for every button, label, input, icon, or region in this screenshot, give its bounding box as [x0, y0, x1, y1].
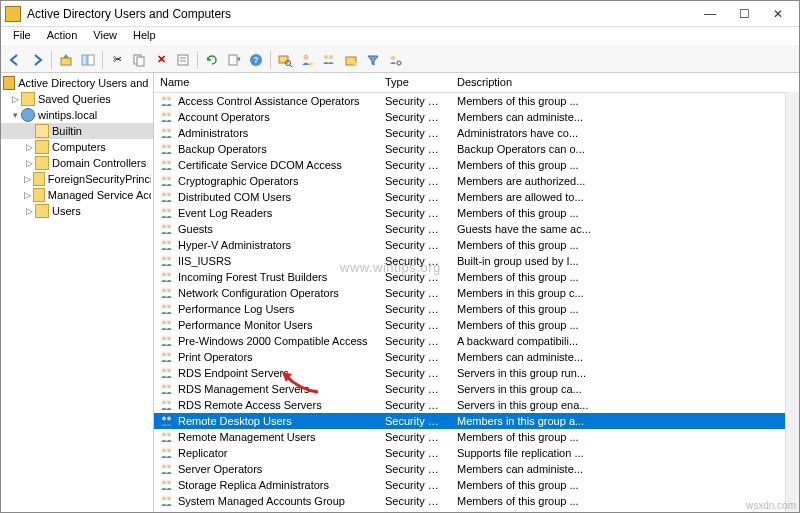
row-name: RDS Remote Access Servers [178, 399, 322, 411]
svg-point-58 [162, 385, 166, 389]
new-ou-icon[interactable] [341, 50, 361, 70]
list-row[interactable]: Account OperatorsSecurity Group...Member… [154, 109, 799, 125]
filter-icon[interactable] [363, 50, 383, 70]
maximize-button[interactable]: ☐ [727, 3, 761, 25]
tree-item-managed-service-accoun[interactable]: ▷Managed Service Accoun [1, 187, 153, 203]
svg-point-70 [162, 481, 166, 485]
list-row[interactable]: Performance Log UsersSecurity Group...Me… [154, 301, 799, 317]
scrollbar[interactable] [785, 92, 799, 512]
group-icon [160, 271, 174, 283]
list-row[interactable]: ReplicatorSecurity Group...Supports file… [154, 445, 799, 461]
list-row[interactable]: RDS Remote Access ServersSecurity Group.… [154, 397, 799, 413]
tree-item-computers[interactable]: ▷Computers [1, 139, 153, 155]
row-type: Security Group... [379, 463, 451, 475]
forward-button[interactable] [27, 50, 47, 70]
export-list-icon[interactable] [224, 50, 244, 70]
svg-point-52 [162, 337, 166, 341]
list-row[interactable]: Remote Desktop UsersSecurity Group...Mem… [154, 413, 799, 429]
list-row[interactable]: Distributed COM UsersSecurity Group...Me… [154, 189, 799, 205]
menu-help[interactable]: Help [125, 27, 164, 46]
group-icon [160, 335, 174, 347]
svg-point-23 [167, 97, 171, 101]
copy-icon[interactable] [129, 50, 149, 70]
svg-rect-5 [178, 55, 188, 65]
back-button[interactable] [5, 50, 25, 70]
new-user-icon[interactable] [297, 50, 317, 70]
list-row[interactable]: Access Control Assistance OperatorsSecur… [154, 93, 799, 109]
column-headers[interactable]: Name Type Description [154, 73, 799, 93]
show-hide-tree-button[interactable] [78, 50, 98, 70]
list-row[interactable]: Remote Management UsersSecurity Group...… [154, 429, 799, 445]
list-row[interactable]: Event Log ReadersSecurity Group...Member… [154, 205, 799, 221]
menu-view[interactable]: View [85, 27, 125, 46]
row-type: Security Group... [379, 223, 451, 235]
svg-rect-1 [82, 55, 87, 65]
list-row[interactable]: Cryptographic OperatorsSecurity Group...… [154, 173, 799, 189]
column-name[interactable]: Name [154, 73, 379, 92]
cut-icon[interactable]: ✂ [107, 50, 127, 70]
tree-saved-queries[interactable]: ▷Saved Queries [1, 91, 153, 107]
tree-item-domain-controllers[interactable]: ▷Domain Controllers [1, 155, 153, 171]
svg-point-54 [162, 353, 166, 357]
menu-file[interactable]: File [5, 27, 39, 46]
list-row[interactable]: Storage Replica AdministratorsSecurity G… [154, 477, 799, 493]
list-row[interactable]: Certificate Service DCOM AccessSecurity … [154, 157, 799, 173]
row-desc: Members are authorized... [451, 175, 799, 187]
row-name: Hyper-V Administrators [178, 239, 291, 251]
group-icon [160, 511, 174, 512]
svg-point-72 [162, 497, 166, 501]
list-row[interactable]: RDS Endpoint ServersSecurity Group...Ser… [154, 365, 799, 381]
properties-icon[interactable] [173, 50, 193, 70]
list-row[interactable]: Network Configuration OperatorsSecurity … [154, 285, 799, 301]
delete-icon[interactable]: ✕ [151, 50, 171, 70]
tree-root[interactable]: Active Directory Users and Com [1, 75, 153, 91]
refresh-icon[interactable] [202, 50, 222, 70]
svg-point-66 [162, 449, 166, 453]
minimize-button[interactable]: — [693, 3, 727, 25]
list-row[interactable]: Incoming Forest Trust BuildersSecurity G… [154, 269, 799, 285]
tree-domain[interactable]: ▾wintips.local [1, 107, 153, 123]
list-row[interactable]: IIS_IUSRSSecurity Group...Built-in group… [154, 253, 799, 269]
svg-point-25 [167, 113, 171, 117]
help-icon[interactable]: ? [246, 50, 266, 70]
svg-point-42 [162, 257, 166, 261]
list-row[interactable]: Pre-Windows 2000 Compatible AccessSecuri… [154, 333, 799, 349]
column-type[interactable]: Type [379, 73, 451, 92]
list-row[interactable]: Performance Monitor UsersSecurity Group.… [154, 317, 799, 333]
list-row[interactable]: System Managed Accounts GroupSecurity Gr… [154, 493, 799, 509]
close-button[interactable]: ✕ [761, 3, 795, 25]
svg-line-13 [290, 65, 292, 67]
tree-item-users[interactable]: ▷Users [1, 203, 153, 219]
up-button[interactable] [56, 50, 76, 70]
list-row[interactable]: AdministratorsSecurity Group...Administr… [154, 125, 799, 141]
row-name: Storage Replica Administrators [178, 479, 329, 491]
list-row[interactable]: Server OperatorsSecurity Group...Members… [154, 461, 799, 477]
row-name: Performance Monitor Users [178, 319, 313, 331]
list-rows[interactable]: Access Control Assistance OperatorsSecur… [154, 93, 799, 512]
titlebar: Active Directory Users and Computers — ☐… [1, 1, 799, 27]
tree-item-builtin[interactable]: Builtin [1, 123, 153, 139]
row-type: Security Group... [379, 415, 451, 427]
row-name: Server Operators [178, 463, 262, 475]
group-icon [160, 223, 174, 235]
menu-action[interactable]: Action [39, 27, 86, 46]
svg-point-28 [162, 145, 166, 149]
group-icon [160, 127, 174, 139]
list-row[interactable]: Backup OperatorsSecurity Group...Backup … [154, 141, 799, 157]
row-type: Security Group... [379, 191, 451, 203]
column-description[interactable]: Description [451, 73, 799, 92]
list-row[interactable]: GuestsSecurity Group...Guests have the s… [154, 221, 799, 237]
svg-rect-4 [137, 57, 144, 66]
row-name: IIS_IUSRS [178, 255, 231, 267]
find-icon[interactable] [275, 50, 295, 70]
list-row[interactable]: Hyper-V AdministratorsSecurity Group...M… [154, 237, 799, 253]
tree-pane[interactable]: Active Directory Users and Com ▷Saved Qu… [1, 73, 154, 512]
list-row[interactable]: Terminal Server License ServersSecurity … [154, 509, 799, 512]
tree-item-foreignsecurityprincipals[interactable]: ▷ForeignSecurityPrincipals [1, 171, 153, 187]
svg-point-64 [162, 433, 166, 437]
new-group-icon[interactable] [319, 50, 339, 70]
advanced-icon[interactable] [385, 50, 405, 70]
list-row[interactable]: Print OperatorsSecurity Group...Members … [154, 349, 799, 365]
group-icon [160, 239, 174, 251]
list-row[interactable]: RDS Management ServersSecurity Group...S… [154, 381, 799, 397]
